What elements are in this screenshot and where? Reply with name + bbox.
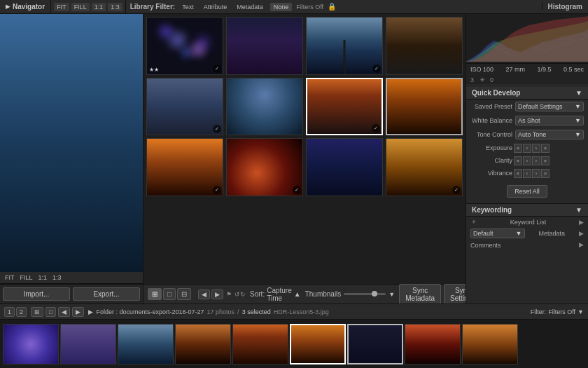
zoom-1-3-button[interactable]: 1:3 xyxy=(108,3,122,11)
photo-thumbnail xyxy=(307,79,382,135)
clarity-down-double[interactable]: « xyxy=(514,156,522,165)
histogram-header-label: Histogram xyxy=(542,3,588,11)
sort-direction-icon[interactable]: ▲ xyxy=(294,290,301,298)
photo-cell[interactable]: ✓ xyxy=(226,138,303,196)
page-2-button[interactable]: 2 xyxy=(16,307,27,317)
saved-preset-value: Default Settings xyxy=(518,103,563,110)
slider-dropdown-icon[interactable]: ▼ xyxy=(388,291,395,298)
thumbnail-slider[interactable] xyxy=(344,293,386,295)
grid-view-button[interactable]: ⊞ xyxy=(148,288,162,300)
add-keyword-icon[interactable]: + xyxy=(470,218,477,226)
vibrance-up[interactable]: › xyxy=(532,169,540,178)
white-balance-dropdown[interactable]: As Shot ▼ xyxy=(515,116,584,125)
photo-thumbnail xyxy=(227,18,302,74)
separator: / xyxy=(237,308,239,315)
photo-cell[interactable]: ✓ xyxy=(306,17,383,75)
fit-zoom-btn[interactable]: FIT xyxy=(3,273,17,282)
main-content: FIT FILL 1:1 1:3 Ben Thouard9best of the… xyxy=(0,14,588,304)
vibrance-down[interactable]: ‹ xyxy=(523,169,531,178)
vibrance-down-double[interactable]: « xyxy=(514,169,522,178)
breadcrumb-info: ▶ Folder : documents-export-2016-07-27 1… xyxy=(88,308,526,315)
none-filter-button[interactable]: None xyxy=(270,3,293,11)
tone-control-dropdown[interactable]: Auto Tone ▼ xyxy=(515,130,584,139)
filters-off-label: Filters Off xyxy=(296,4,323,11)
next-button[interactable]: ▶ xyxy=(211,289,223,299)
photo-cell[interactable] xyxy=(226,17,303,75)
filmstrip-thumb[interactable] xyxy=(290,324,346,364)
default-dropdown-arrow: ▼ xyxy=(516,230,522,237)
filmstrip-thumb[interactable] xyxy=(118,324,174,364)
prev-photo-btn[interactable]: ◀ xyxy=(58,307,70,317)
photo-cell[interactable] xyxy=(306,138,383,196)
loupe-view-button[interactable]: □ xyxy=(163,288,176,300)
photo-count: 17 photos xyxy=(207,308,235,315)
metadata-filter-button[interactable]: Metadata xyxy=(234,3,266,11)
selection-info: 3 selected xyxy=(242,308,271,315)
exposure-up-double[interactable]: » xyxy=(541,144,550,153)
zoom-1-1-button[interactable]: 1:1 xyxy=(92,3,106,11)
default-dropdown[interactable]: Default ▼ xyxy=(470,229,525,238)
photo-thumbnail xyxy=(227,139,302,196)
nav-triangle: ▶ xyxy=(6,4,10,10)
survey-view-button[interactable]: ⊟ xyxy=(177,288,191,300)
exposure-down[interactable]: ‹ xyxy=(523,144,531,153)
photo-badge: ✓ xyxy=(213,186,221,194)
sort-control: Sort: Capture Time ▲ xyxy=(250,287,301,302)
photo-thumbnail xyxy=(387,79,461,135)
page-1-button[interactable]: 1 xyxy=(4,307,15,317)
filter-dropdown-arrow[interactable]: ▼ xyxy=(578,308,584,315)
photo-cell[interactable]: ✓ xyxy=(386,138,463,196)
aperture-value: 1/9.5 xyxy=(537,66,551,73)
sync-settings-button[interactable]: Sync Settings xyxy=(444,284,465,304)
fill-zoom-btn[interactable]: FILL xyxy=(18,273,35,282)
filmstrip-thumb[interactable] xyxy=(405,324,461,364)
photo-cell[interactable] xyxy=(386,17,463,75)
import-button[interactable]: Import... xyxy=(3,287,70,301)
zoom11-btn[interactable]: 1:1 xyxy=(36,273,50,282)
filmstrip-thumb[interactable] xyxy=(232,324,288,364)
photo-cell[interactable]: ★★✓ xyxy=(146,17,223,75)
sync-metadata-button[interactable]: Sync Metadata xyxy=(399,284,441,304)
filmstrip-thumb[interactable] xyxy=(60,324,116,364)
zoom13-btn[interactable]: 1:3 xyxy=(50,273,64,282)
exposure-up[interactable]: › xyxy=(532,144,540,153)
filmstrip-thumb[interactable] xyxy=(175,324,231,364)
sort-value[interactable]: Capture Time xyxy=(267,287,292,302)
navigator-title: Navigator xyxy=(13,3,45,11)
photo-thumbnail xyxy=(147,79,223,135)
filmstrip-thumb[interactable] xyxy=(3,324,59,364)
photo-cell[interactable] xyxy=(226,78,303,136)
prev-button[interactable]: ◀ xyxy=(198,289,210,299)
text-filter-button[interactable]: Text xyxy=(179,3,197,11)
export-button[interactable]: Export... xyxy=(73,287,140,301)
filmstrip-thumb[interactable] xyxy=(347,324,403,364)
photo-stars: ★★ xyxy=(149,67,159,73)
comments-label: Comments xyxy=(470,242,501,249)
tone-control-label: Tone Control xyxy=(470,131,512,138)
shutter-value: 0.5 sec xyxy=(564,66,584,73)
clarity-down[interactable]: ‹ xyxy=(523,156,531,165)
navigator-header: ▶ Navigator xyxy=(0,0,51,13)
clarity-up[interactable]: › xyxy=(532,156,540,165)
center-panel: ★★✓✓✓✓✓✓✓ ⊞ □ ⊟ ◀ ▶ ⚑ ↺↻ Sort: Capture T… xyxy=(144,14,465,304)
photo-cell[interactable]: ✓ xyxy=(146,78,223,136)
photo-badge-overlay: ✓ xyxy=(372,64,381,73)
grid-mode-btn[interactable]: ⊞ xyxy=(31,307,43,317)
quick-develop-header[interactable]: Quick Develop ▼ xyxy=(466,87,588,100)
loupe-mode-btn[interactable]: □ xyxy=(46,307,56,317)
tone-control-value: Auto Tone xyxy=(518,131,546,138)
fit-button[interactable]: FIT xyxy=(54,3,69,11)
next-photo-btn[interactable]: ▶ xyxy=(72,307,84,317)
exposure-down-double[interactable]: « xyxy=(514,144,522,153)
clarity-up-double[interactable]: » xyxy=(541,156,550,165)
saved-preset-dropdown[interactable]: Default Settings ▼ xyxy=(515,102,584,111)
filmstrip-thumb[interactable] xyxy=(462,324,518,364)
photo-thumbnail xyxy=(227,79,302,135)
reset-all-button[interactable]: Reset All xyxy=(507,185,547,198)
fill-button[interactable]: FILL xyxy=(71,3,90,11)
photo-cell[interactable] xyxy=(386,78,463,136)
photo-cell[interactable]: ✓ xyxy=(146,138,223,196)
attribute-filter-button[interactable]: Attribute xyxy=(201,3,230,11)
photo-cell[interactable]: ✓ xyxy=(306,78,383,136)
vibrance-up-double[interactable]: » xyxy=(541,169,550,178)
